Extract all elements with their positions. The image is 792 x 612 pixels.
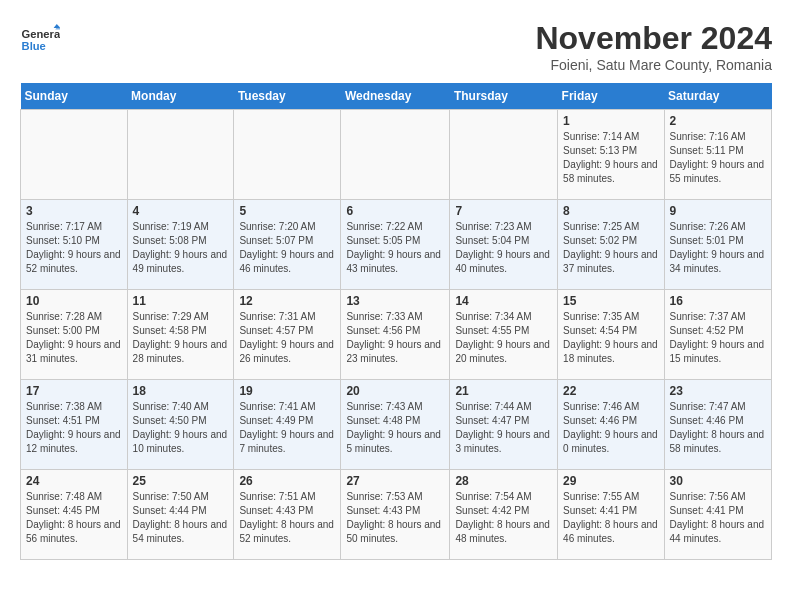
calendar-cell: 25Sunrise: 7:50 AM Sunset: 4:44 PM Dayli… [127,470,234,560]
day-info: Sunrise: 7:56 AM Sunset: 4:41 PM Dayligh… [670,490,766,546]
calendar-cell: 5Sunrise: 7:20 AM Sunset: 5:07 PM Daylig… [234,200,341,290]
calendar-cell [341,110,450,200]
day-info: Sunrise: 7:16 AM Sunset: 5:11 PM Dayligh… [670,130,766,186]
calendar-cell: 27Sunrise: 7:53 AM Sunset: 4:43 PM Dayli… [341,470,450,560]
day-number: 8 [563,204,658,218]
day-info: Sunrise: 7:38 AM Sunset: 4:51 PM Dayligh… [26,400,122,456]
day-info: Sunrise: 7:40 AM Sunset: 4:50 PM Dayligh… [133,400,229,456]
calendar-cell: 22Sunrise: 7:46 AM Sunset: 4:46 PM Dayli… [558,380,664,470]
calendar-table: Sunday Monday Tuesday Wednesday Thursday… [20,83,772,560]
calendar-cell: 6Sunrise: 7:22 AM Sunset: 5:05 PM Daylig… [341,200,450,290]
calendar-cell: 1Sunrise: 7:14 AM Sunset: 5:13 PM Daylig… [558,110,664,200]
day-info: Sunrise: 7:17 AM Sunset: 5:10 PM Dayligh… [26,220,122,276]
title-area: November 2024 Foieni, Satu Mare County, … [535,20,772,73]
calendar-cell: 12Sunrise: 7:31 AM Sunset: 4:57 PM Dayli… [234,290,341,380]
calendar-cell: 23Sunrise: 7:47 AM Sunset: 4:46 PM Dayli… [664,380,771,470]
day-info: Sunrise: 7:50 AM Sunset: 4:44 PM Dayligh… [133,490,229,546]
location-title: Foieni, Satu Mare County, Romania [535,57,772,73]
day-number: 18 [133,384,229,398]
day-info: Sunrise: 7:44 AM Sunset: 4:47 PM Dayligh… [455,400,552,456]
calendar-cell: 19Sunrise: 7:41 AM Sunset: 4:49 PM Dayli… [234,380,341,470]
day-number: 3 [26,204,122,218]
calendar-cell: 14Sunrise: 7:34 AM Sunset: 4:55 PM Dayli… [450,290,558,380]
calendar-cell: 28Sunrise: 7:54 AM Sunset: 4:42 PM Dayli… [450,470,558,560]
calendar-cell [21,110,128,200]
col-saturday: Saturday [664,83,771,110]
day-number: 15 [563,294,658,308]
day-info: Sunrise: 7:55 AM Sunset: 4:41 PM Dayligh… [563,490,658,546]
day-info: Sunrise: 7:29 AM Sunset: 4:58 PM Dayligh… [133,310,229,366]
day-info: Sunrise: 7:19 AM Sunset: 5:08 PM Dayligh… [133,220,229,276]
calendar-cell: 17Sunrise: 7:38 AM Sunset: 4:51 PM Dayli… [21,380,128,470]
day-number: 16 [670,294,766,308]
day-info: Sunrise: 7:20 AM Sunset: 5:07 PM Dayligh… [239,220,335,276]
month-title: November 2024 [535,20,772,57]
day-info: Sunrise: 7:51 AM Sunset: 4:43 PM Dayligh… [239,490,335,546]
calendar-cell: 16Sunrise: 7:37 AM Sunset: 4:52 PM Dayli… [664,290,771,380]
day-number: 17 [26,384,122,398]
day-number: 13 [346,294,444,308]
day-info: Sunrise: 7:41 AM Sunset: 4:49 PM Dayligh… [239,400,335,456]
day-info: Sunrise: 7:22 AM Sunset: 5:05 PM Dayligh… [346,220,444,276]
day-info: Sunrise: 7:43 AM Sunset: 4:48 PM Dayligh… [346,400,444,456]
calendar-cell: 15Sunrise: 7:35 AM Sunset: 4:54 PM Dayli… [558,290,664,380]
day-number: 14 [455,294,552,308]
col-tuesday: Tuesday [234,83,341,110]
day-number: 25 [133,474,229,488]
day-info: Sunrise: 7:28 AM Sunset: 5:00 PM Dayligh… [26,310,122,366]
day-info: Sunrise: 7:47 AM Sunset: 4:46 PM Dayligh… [670,400,766,456]
week-row-2: 3Sunrise: 7:17 AM Sunset: 5:10 PM Daylig… [21,200,772,290]
day-number: 29 [563,474,658,488]
calendar-cell: 13Sunrise: 7:33 AM Sunset: 4:56 PM Dayli… [341,290,450,380]
day-number: 12 [239,294,335,308]
logo: General Blue [20,20,60,60]
svg-text:General: General [22,28,60,40]
calendar-header: Sunday Monday Tuesday Wednesday Thursday… [21,83,772,110]
day-number: 7 [455,204,552,218]
day-number: 2 [670,114,766,128]
calendar-cell: 26Sunrise: 7:51 AM Sunset: 4:43 PM Dayli… [234,470,341,560]
calendar-cell: 9Sunrise: 7:26 AM Sunset: 5:01 PM Daylig… [664,200,771,290]
col-wednesday: Wednesday [341,83,450,110]
day-info: Sunrise: 7:48 AM Sunset: 4:45 PM Dayligh… [26,490,122,546]
day-number: 24 [26,474,122,488]
day-number: 6 [346,204,444,218]
day-number: 20 [346,384,444,398]
day-number: 4 [133,204,229,218]
col-sunday: Sunday [21,83,128,110]
day-info: Sunrise: 7:31 AM Sunset: 4:57 PM Dayligh… [239,310,335,366]
col-friday: Friday [558,83,664,110]
day-info: Sunrise: 7:25 AM Sunset: 5:02 PM Dayligh… [563,220,658,276]
day-number: 28 [455,474,552,488]
day-info: Sunrise: 7:26 AM Sunset: 5:01 PM Dayligh… [670,220,766,276]
day-number: 19 [239,384,335,398]
day-info: Sunrise: 7:34 AM Sunset: 4:55 PM Dayligh… [455,310,552,366]
day-number: 23 [670,384,766,398]
day-info: Sunrise: 7:33 AM Sunset: 4:56 PM Dayligh… [346,310,444,366]
calendar-cell: 11Sunrise: 7:29 AM Sunset: 4:58 PM Dayli… [127,290,234,380]
day-number: 30 [670,474,766,488]
calendar-cell [127,110,234,200]
day-info: Sunrise: 7:53 AM Sunset: 4:43 PM Dayligh… [346,490,444,546]
calendar-cell: 8Sunrise: 7:25 AM Sunset: 5:02 PM Daylig… [558,200,664,290]
calendar-cell [234,110,341,200]
calendar-cell: 18Sunrise: 7:40 AM Sunset: 4:50 PM Dayli… [127,380,234,470]
calendar-cell: 29Sunrise: 7:55 AM Sunset: 4:41 PM Dayli… [558,470,664,560]
day-info: Sunrise: 7:46 AM Sunset: 4:46 PM Dayligh… [563,400,658,456]
day-number: 27 [346,474,444,488]
day-info: Sunrise: 7:37 AM Sunset: 4:52 PM Dayligh… [670,310,766,366]
svg-text:Blue: Blue [22,40,46,52]
day-info: Sunrise: 7:54 AM Sunset: 4:42 PM Dayligh… [455,490,552,546]
day-number: 5 [239,204,335,218]
calendar-cell: 21Sunrise: 7:44 AM Sunset: 4:47 PM Dayli… [450,380,558,470]
day-number: 22 [563,384,658,398]
week-row-4: 17Sunrise: 7:38 AM Sunset: 4:51 PM Dayli… [21,380,772,470]
day-number: 9 [670,204,766,218]
calendar-body: 1Sunrise: 7:14 AM Sunset: 5:13 PM Daylig… [21,110,772,560]
calendar-cell: 20Sunrise: 7:43 AM Sunset: 4:48 PM Dayli… [341,380,450,470]
week-row-3: 10Sunrise: 7:28 AM Sunset: 5:00 PM Dayli… [21,290,772,380]
calendar-cell [450,110,558,200]
week-row-1: 1Sunrise: 7:14 AM Sunset: 5:13 PM Daylig… [21,110,772,200]
calendar-cell: 2Sunrise: 7:16 AM Sunset: 5:11 PM Daylig… [664,110,771,200]
calendar-cell: 3Sunrise: 7:17 AM Sunset: 5:10 PM Daylig… [21,200,128,290]
